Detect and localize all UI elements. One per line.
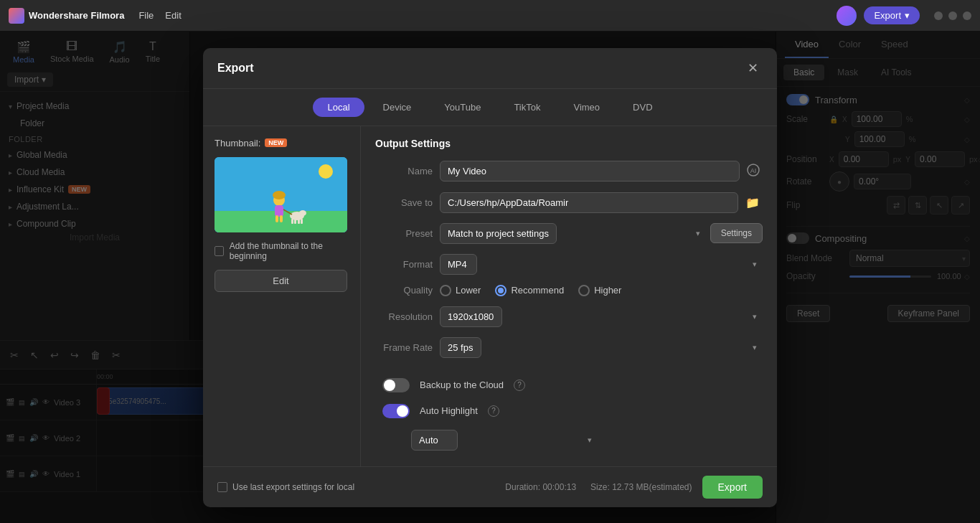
menu-bar: File Edit — [138, 10, 181, 21]
backup-cloud-row: Backup to the Cloud ? — [375, 378, 763, 392]
top-bar: Wondershare Filmora File Edit Export ▾ — [0, 0, 980, 32]
export-tab-local[interactable]: Local — [313, 98, 364, 117]
frame-rate-select-wrapper: 25 fps 30 fps 60 fps 24 fps — [440, 337, 763, 358]
svg-rect-5 — [275, 215, 278, 222]
thumbnail-label: Thumbnail: NEW — [215, 138, 349, 149]
auto-highlight-label: Auto Highlight — [420, 405, 478, 416]
save-to-group: 📁 — [440, 192, 763, 213]
backup-cloud-label: Backup to the Cloud — [420, 380, 504, 390]
app-name: Wondershare Filmora — [29, 10, 124, 21]
minimize-button[interactable] — [934, 11, 943, 20]
size-info: Size: 12.73 MB(estimated) — [590, 482, 692, 492]
avatar — [837, 6, 857, 26]
svg-rect-9 — [291, 219, 293, 224]
quality-higher[interactable]: Higher — [578, 285, 621, 296]
preset-select[interactable]: Match to project settings Custom — [440, 223, 557, 244]
export-start-button[interactable]: Export — [702, 476, 763, 499]
save-to-label: Save to — [375, 197, 433, 208]
thumbnail-new-badge: NEW — [265, 138, 287, 147]
resolution-select-wrapper: 1920x1080 1280x720 3840x2160 — [440, 306, 763, 327]
export-tabs: Local Device YouTube TikTok Vimeo DVD — [203, 89, 777, 126]
thumbnail-section: Thumbnail: NEW — [203, 126, 361, 466]
quality-higher-label: Higher — [594, 285, 621, 296]
modal-footer: Use last export settings for local Durat… — [203, 466, 777, 507]
frame-rate-row: Frame Rate 25 fps 30 fps 60 fps 24 fps — [375, 337, 763, 358]
svg-point-14 — [319, 164, 333, 179]
quality-lower[interactable]: Lower — [440, 285, 481, 296]
auto-mode-wrapper: Auto Manual — [411, 430, 598, 451]
backup-cloud-dot — [384, 380, 395, 391]
modal-overlay: Export ✕ Local Device YouTube TikTok Vim… — [0, 32, 980, 523]
format-select[interactable]: MP4 MOV AVI MKV — [440, 254, 477, 275]
edit-thumbnail-button[interactable]: Edit — [215, 270, 347, 292]
svg-rect-12 — [301, 219, 303, 224]
export-tab-dvd[interactable]: DVD — [618, 98, 666, 117]
name-row: Name AI — [375, 161, 763, 182]
quality-recommend[interactable]: Recommend — [495, 285, 564, 296]
thumbnail-preview — [215, 157, 347, 232]
menu-edit[interactable]: Edit — [165, 10, 181, 21]
use-last-checkbox[interactable] — [217, 482, 227, 492]
frame-rate-label: Frame Rate — [375, 342, 433, 353]
modal-close-button[interactable]: ✕ — [743, 58, 763, 78]
menu-file[interactable]: File — [138, 10, 154, 21]
footer-info: Duration: 00:00:13 Size: 12.73 MB(estima… — [505, 482, 692, 492]
quality-recommend-label: Recommend — [511, 285, 564, 296]
browse-folder-button[interactable]: 📁 — [743, 193, 763, 212]
auto-highlight-row: Auto Highlight ? — [375, 404, 763, 418]
save-to-row: Save to 📁 — [375, 192, 763, 213]
auto-mode-select[interactable]: Auto Manual — [411, 430, 458, 451]
name-input-group: AI — [440, 161, 763, 182]
modal-body: Thumbnail: NEW — [203, 126, 777, 466]
name-input[interactable] — [440, 161, 740, 182]
export-modal: Export ✕ Local Device YouTube TikTok Vim… — [203, 48, 777, 507]
auto-highlight-help-icon[interactable]: ? — [488, 405, 499, 417]
svg-point-8 — [299, 210, 306, 216]
svg-rect-10 — [294, 219, 296, 224]
export-tab-vimeo[interactable]: Vimeo — [559, 98, 614, 117]
resolution-select[interactable]: 1920x1080 1280x720 3840x2160 — [440, 306, 502, 327]
app-logo: Wondershare Filmora — [9, 8, 124, 24]
radio-lower — [440, 285, 451, 296]
preset-row: Preset Match to project settings Custom … — [375, 223, 763, 244]
export-top-button[interactable]: Export ▾ — [864, 6, 920, 24]
output-section: Output Settings Name AI — [361, 126, 777, 466]
use-last-settings-row: Use last export settings for local — [217, 482, 354, 492]
frame-rate-select[interactable]: 25 fps 30 fps 60 fps 24 fps — [440, 337, 481, 358]
resolution-label: Resolution — [375, 311, 433, 322]
output-settings-title: Output Settings — [375, 138, 763, 149]
modal-title: Export — [217, 62, 254, 75]
thumbnail-checkbox-row: Add the thumbnail to the beginning — [215, 241, 349, 261]
export-tab-device[interactable]: Device — [369, 98, 426, 117]
export-tab-tiktok[interactable]: TikTok — [499, 98, 555, 117]
ai-name-button[interactable]: AI — [744, 161, 763, 182]
backup-help-icon[interactable]: ? — [514, 380, 525, 391]
preset-label: Preset — [375, 228, 433, 239]
app-logo-icon — [9, 8, 24, 24]
backup-cloud-toggle[interactable] — [382, 378, 410, 392]
auto-highlight-toggle[interactable] — [382, 404, 410, 418]
export-tab-youtube[interactable]: YouTube — [430, 98, 495, 117]
settings-button[interactable]: Settings — [710, 223, 763, 243]
spacer — [375, 368, 763, 378]
svg-rect-4 — [275, 205, 283, 217]
auto-highlight-dot — [397, 405, 408, 417]
modal-header: Export ✕ — [203, 48, 777, 89]
use-last-label: Use last export settings for local — [232, 482, 354, 492]
maximize-button[interactable] — [948, 11, 957, 20]
close-button[interactable] — [963, 11, 971, 20]
format-row: Format MP4 MOV AVI MKV — [375, 254, 763, 275]
quality-options: Lower Recommend Higher — [440, 285, 621, 296]
radio-recommend — [495, 285, 507, 296]
radio-higher — [578, 285, 590, 296]
quality-row: Quality Lower Recommend — [375, 285, 763, 296]
window-controls — [934, 11, 971, 20]
duration-info: Duration: 00:00:13 — [505, 482, 576, 492]
svg-point-3 — [273, 191, 286, 199]
export-top-label: Export — [874, 10, 901, 21]
quality-lower-label: Lower — [456, 285, 481, 296]
save-to-input[interactable] — [440, 192, 738, 213]
svg-rect-6 — [280, 215, 283, 222]
preset-select-wrapper: Match to project settings Custom — [440, 223, 706, 244]
add-thumbnail-checkbox[interactable] — [215, 246, 224, 256]
